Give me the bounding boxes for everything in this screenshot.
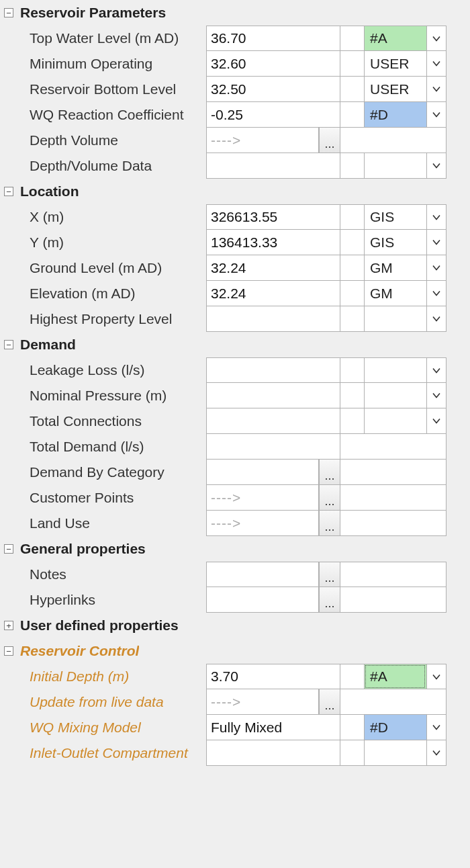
row-leakage-loss: Leakage Loss (l/s)	[0, 357, 470, 383]
browse-button[interactable]: ...	[319, 460, 340, 485]
value-input[interactable]	[206, 306, 340, 332]
value-input[interactable]: 326613.55	[206, 204, 340, 230]
source-tag[interactable]: USER	[364, 51, 426, 77]
collapse-icon[interactable]: −	[4, 544, 13, 554]
source-tag[interactable]	[364, 306, 426, 332]
value-input[interactable]: Fully Mixed	[206, 715, 340, 740]
value-input[interactable]: 32.50	[206, 77, 340, 102]
value-input[interactable]: ---->	[206, 128, 319, 153]
value-input[interactable]: -0.25	[206, 102, 340, 128]
dropdown-icon[interactable]	[426, 102, 446, 128]
dropdown-icon[interactable]	[426, 51, 446, 77]
value-input[interactable]	[206, 357, 340, 383]
source-tag[interactable]	[364, 153, 426, 179]
blank-cell	[340, 128, 446, 153]
value-input[interactable]: 32.24	[206, 255, 340, 281]
value-input[interactable]: 32.60	[206, 51, 340, 77]
value-input[interactable]	[206, 740, 340, 766]
value-input[interactable]: 3.70	[206, 664, 340, 689]
property-label: Minimum Operating	[0, 51, 206, 77]
value-input[interactable]	[206, 153, 340, 179]
source-tag[interactable]	[364, 408, 426, 434]
dropdown-icon[interactable]	[426, 306, 446, 332]
property-label: Notes	[0, 562, 206, 587]
section-location[interactable]: − Location	[0, 179, 470, 204]
section-reservoir-parameters[interactable]: − Reservoir Parameters	[0, 0, 470, 26]
source-tag[interactable]: #A	[364, 26, 426, 51]
collapse-icon[interactable]: −	[4, 187, 13, 196]
source-tag[interactable]: GM	[364, 281, 426, 306]
collapse-icon[interactable]: −	[4, 646, 13, 656]
gap-cell	[340, 77, 364, 102]
value-input[interactable]: 36.70	[206, 26, 340, 51]
blank-cell	[340, 460, 446, 485]
gap-cell	[340, 26, 364, 51]
value-input[interactable]	[206, 587, 319, 613]
collapse-icon[interactable]: −	[4, 340, 13, 349]
value-input[interactable]	[206, 460, 319, 485]
browse-button[interactable]: ...	[319, 587, 340, 613]
dropdown-icon[interactable]	[426, 204, 446, 230]
dropdown-icon[interactable]	[426, 77, 446, 102]
gap-cell	[340, 255, 364, 281]
collapse-icon[interactable]: −	[4, 8, 13, 17]
dropdown-icon[interactable]	[426, 281, 446, 306]
property-grid: − Reservoir Parameters Top Water Level (…	[0, 0, 470, 766]
source-tag[interactable]	[364, 383, 426, 408]
source-tag[interactable]: #D	[364, 715, 426, 740]
value-input[interactable]: ---->	[206, 689, 319, 715]
row-y: Y (m) 136413.33 GIS	[0, 230, 470, 255]
property-label: Total Demand (l/s)	[0, 434, 206, 460]
source-tag[interactable]	[364, 357, 426, 383]
browse-button[interactable]: ...	[319, 511, 340, 536]
row-total-connections: Total Connections	[0, 408, 470, 434]
source-tag[interactable]: GM	[364, 255, 426, 281]
section-user-defined-properties[interactable]: + User defined properties	[0, 613, 470, 638]
browse-button[interactable]: ...	[319, 562, 340, 587]
source-tag[interactable]: GIS	[364, 230, 426, 255]
dropdown-icon[interactable]	[426, 26, 446, 51]
source-tag[interactable]: USER	[364, 77, 426, 102]
row-inlet-outlet-compartment: Inlet-Outlet Compartment	[0, 740, 470, 766]
gap-cell	[340, 306, 364, 332]
source-tag[interactable]: GIS	[364, 204, 426, 230]
dropdown-icon[interactable]	[426, 408, 446, 434]
value-input[interactable]: 136413.33	[206, 230, 340, 255]
source-tag[interactable]	[364, 740, 426, 766]
property-label: Hyperlinks	[0, 587, 206, 613]
section-demand[interactable]: − Demand	[0, 332, 470, 357]
section-general-properties[interactable]: − General properties	[0, 536, 470, 562]
value-input[interactable]: ---->	[206, 511, 319, 536]
browse-button[interactable]: ...	[319, 128, 340, 153]
browse-button[interactable]: ...	[319, 485, 340, 511]
source-tag[interactable]: #D	[364, 102, 426, 128]
value-input[interactable]	[206, 562, 319, 587]
property-label: Nominal Pressure (m)	[0, 383, 206, 408]
browse-button[interactable]: ...	[319, 689, 340, 715]
property-label: Elevation (m AD)	[0, 281, 206, 306]
dropdown-icon[interactable]	[426, 740, 446, 766]
section-reservoir-control[interactable]: − Reservoir Control	[0, 638, 470, 664]
value-input[interactable]	[206, 434, 340, 460]
section-title: User defined properties	[20, 617, 179, 634]
property-label: Customer Points	[0, 485, 206, 511]
dropdown-icon[interactable]	[426, 664, 446, 689]
dropdown-icon[interactable]	[426, 153, 446, 179]
value-input[interactable]: ---->	[206, 485, 319, 511]
value-input[interactable]: 32.24	[206, 281, 340, 306]
source-tag[interactable]: #A	[364, 664, 426, 689]
dropdown-icon[interactable]	[426, 715, 446, 740]
dropdown-icon[interactable]	[426, 383, 446, 408]
expand-icon[interactable]: +	[4, 621, 13, 630]
dropdown-icon[interactable]	[426, 230, 446, 255]
property-label: Inlet-Outlet Compartment	[0, 740, 206, 766]
property-label: Total Connections	[0, 408, 206, 434]
dropdown-icon[interactable]	[426, 357, 446, 383]
row-top-water-level: Top Water Level (m AD) 36.70 #A	[0, 26, 470, 51]
dropdown-icon[interactable]	[426, 255, 446, 281]
row-wq-mixing-model: WQ Mixing Model Fully Mixed #D	[0, 715, 470, 740]
value-input[interactable]	[206, 383, 340, 408]
value-input[interactable]	[206, 408, 340, 434]
property-label: WQ Mixing Model	[0, 715, 206, 740]
blank-cell	[340, 434, 446, 460]
